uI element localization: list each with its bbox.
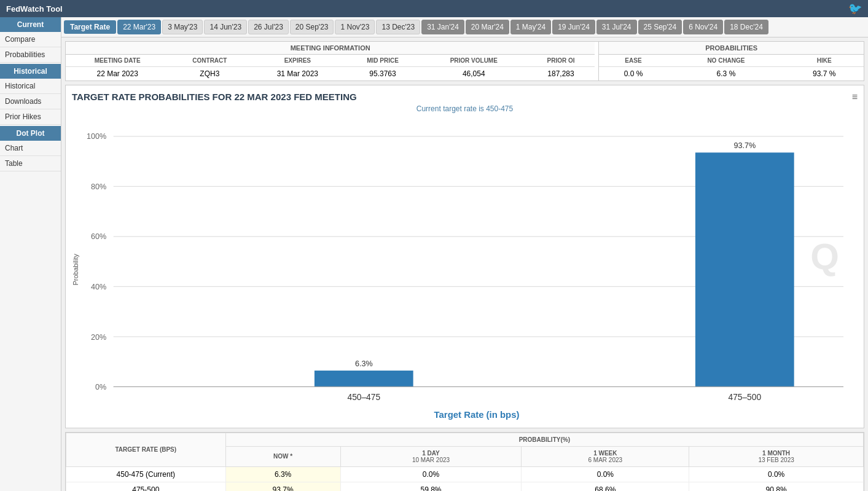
col-prior-oi: PRIOR OI [527,55,595,67]
week1-value-1: 68.6% [522,482,689,491]
chart-container: Probability 100% 80% 60% 40% 20% 0% [72,118,858,422]
date-tab-1-May-24[interactable]: 1 May'24 [510,20,551,34]
mid-price-value: 95.3763 [345,67,420,81]
date-tab-13-Dec-23[interactable]: 13 Dec'23 [376,20,420,34]
no-change-value: 6.3 % [668,67,785,81]
1week-date: 6 MAR 2023 [588,457,623,463]
col-1day-header: 1 DAY 10 MAR 2023 [340,446,522,466]
contract-value: ZQH3 [169,67,250,81]
sidebar-current-header[interactable]: Current [0,17,61,32]
now-value-1: 93.7% [225,482,340,491]
1day-label: 1 DAY [422,450,440,457]
topbar: FedWatch Tool 🐦 [0,0,868,17]
date-tab-25-Sep-24[interactable]: 25 Sep'24 [638,20,682,34]
rate-label-1: 475-500 [66,482,226,491]
bottom-table-body: 450-475 (Current) 6.3% 0.0% 0.0% 0.0% 47… [66,466,864,491]
svg-text:40%: 40% [91,283,106,291]
svg-text:100%: 100% [87,132,106,141]
date-tab-20-Mar-24[interactable]: 20 Mar'24 [466,20,509,34]
date-tab-18-Dec-24[interactable]: 18 Dec'24 [724,20,768,34]
day1-value-1: 59.8% [340,482,522,491]
col-prior-volume: PRIOR VOLUME [421,55,527,67]
svg-text:Target Rate (in bps): Target Rate (in bps) [434,409,520,420]
date-tab-31-Jul-24[interactable]: 31 Jul'24 [596,20,637,34]
sidebar-dotplot-header[interactable]: Dot Plot [0,126,61,141]
svg-text:6.3%: 6.3% [355,359,373,368]
col-1month-header: 1 MONTH 13 FEB 2023 [689,446,864,466]
chart-menu-icon[interactable]: ≡ [852,92,858,103]
col-target-rate-header: TARGET RATE (BPS) [66,433,226,466]
bar-450-475 [315,371,413,387]
probability-group-header: PROBABILITY(%) [225,433,863,446]
chart-panel: TARGET RATE PROBABILITIES FOR 22 MAR 202… [65,85,864,428]
svg-text:60%: 60% [91,232,106,241]
sidebar-historical-header[interactable]: Historical [0,64,61,79]
chart-subtitle: Current target rate is 450-475 [72,104,858,113]
col-ease: EASE [599,55,667,67]
sidebar-item-compare[interactable]: Compare [0,32,61,47]
prob-values-row: 0.0 % 6.3 % 93.7 % [599,67,864,81]
date-tab-1-Nov-23[interactable]: 1 Nov'23 [335,20,375,34]
date-tab-20-Sep-23[interactable]: 20 Sep'23 [290,20,334,34]
1month-label: 1 MONTH [762,450,790,457]
content-area: MEETING INFORMATION MEETING DATE CONTRAC… [61,37,868,491]
1month-date: 13 FEB 2023 [758,457,794,463]
info-panel: MEETING INFORMATION MEETING DATE CONTRAC… [65,41,864,81]
month1-value-1: 90.8% [689,482,864,491]
hike-value: 93.7 % [784,67,864,81]
col-expires: EXPIRES [250,55,345,67]
meeting-info-row: 22 Mar 2023 ZQH3 31 Mar 2023 95.3763 46,… [66,67,595,81]
meeting-date-value: 22 Mar 2023 [66,67,169,81]
day1-value-0: 0.0% [340,466,522,482]
main-content: Target Rate 22 Mar'233 May'2314 Jun'2326… [61,17,868,491]
probabilities-header: PROBABILITIES [599,42,864,55]
ease-value: 0.0 % [599,67,667,81]
month1-value-0: 0.0% [689,466,864,482]
y-axis-label: Probability [72,254,79,285]
bottom-table: TARGET RATE (BPS) PROBABILITY(%) NOW * 1… [66,433,864,491]
svg-text:80%: 80% [91,183,106,191]
col-mid-price: MID PRICE [345,55,420,67]
col-meeting-date: MEETING DATE [66,55,169,67]
week1-value-0: 0.0% [522,466,689,482]
sidebar-item-table[interactable]: Table [0,156,61,171]
sidebar: Current Compare Probabilities Historical… [0,17,61,491]
sidebar-item-prior-hikes[interactable]: Prior Hikes [0,109,61,125]
expires-value: 31 Mar 2023 [250,67,345,81]
chart-title: TARGET RATE PROBABILITIES FOR 22 MAR 202… [72,92,858,102]
probabilities-panel: PROBABILITIES EASE NO CHANGE HIKE 0.0 % [598,42,864,81]
now-value-0: 6.3% [225,466,340,482]
date-tab-31-Jan-24[interactable]: 31 Jan'24 [421,20,464,34]
svg-text:93.7%: 93.7% [733,141,756,150]
col-now-header: NOW * [225,446,340,466]
date-tab-6-Nov-24[interactable]: 6 Nov'24 [683,20,723,34]
prob-table: EASE NO CHANGE HIKE 0.0 % 6.3 % 93.7 % [599,55,864,81]
svg-text:450–475: 450–475 [347,393,380,402]
svg-text:0%: 0% [95,383,106,391]
1week-label: 1 WEEK [593,450,617,457]
prior-oi-value: 187,283 [527,67,595,81]
col-hike: HIKE [784,55,864,67]
date-tab-26-Jul-23[interactable]: 26 Jul'23 [248,20,289,34]
app-title: FedWatch Tool [6,4,63,14]
sidebar-item-probabilities[interactable]: Probabilities [0,47,61,63]
sidebar-item-downloads[interactable]: Downloads [0,94,61,109]
date-tab-19-Jun-24[interactable]: 19 Jun'24 [552,20,595,34]
date-tabs: Target Rate 22 Mar'233 May'2314 Jun'2326… [61,17,868,37]
sidebar-item-historical[interactable]: Historical [0,79,61,94]
meeting-info: MEETING INFORMATION MEETING DATE CONTRAC… [66,42,595,81]
meeting-info-table: MEETING DATE CONTRACT EXPIRES MID PRICE … [66,55,595,81]
svg-text:20%: 20% [91,333,106,342]
svg-text:475–500: 475–500 [728,393,761,402]
meeting-info-header: MEETING INFORMATION [66,42,595,55]
bottom-table-row-1: 475-500 93.7% 59.8% 68.6% 90.8% [66,482,864,491]
target-rate-tab[interactable]: Target Rate [64,20,116,34]
date-tab-22-Mar-23[interactable]: 22 Mar'23 [117,20,161,34]
col-contract: CONTRACT [169,55,250,67]
rate-label-0: 450-475 (Current) [66,466,226,482]
date-tab-14-Jun-23[interactable]: 14 Jun'23 [204,20,247,34]
bottom-table-header-row1: TARGET RATE (BPS) PROBABILITY(%) [66,433,864,446]
twitter-icon[interactable]: 🐦 [848,2,862,15]
sidebar-item-chart[interactable]: Chart [0,141,61,156]
date-tab-3-May-23[interactable]: 3 May'23 [162,20,203,34]
